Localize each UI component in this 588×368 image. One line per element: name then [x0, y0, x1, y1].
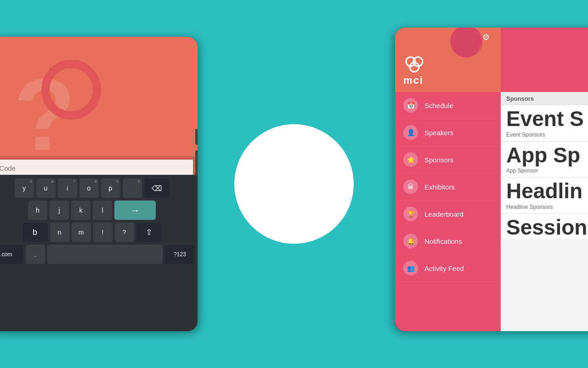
center-circle — [234, 124, 354, 244]
mci-svg-icon — [403, 54, 425, 73]
key-space[interactable] — [47, 245, 163, 264]
key-123[interactable]: ?123 — [165, 245, 195, 264]
app-sponsor-item[interactable]: App Sp App Sponsor — [501, 142, 588, 178]
headline-sponsors-sub: Headline Sponsors — [501, 203, 588, 213]
code-input[interactable] — [0, 160, 193, 176]
key-question[interactable]: ? — [115, 223, 134, 242]
session-item[interactable]: Session — [501, 214, 588, 239]
left-tablet-screen: ? 2y 6u 7i 8o 9p 0 ⌫ — [0, 37, 198, 331]
circle-ring-decoration — [41, 60, 101, 120]
key-l[interactable]: l — [93, 201, 112, 220]
activity-icon: 👥 — [403, 261, 418, 276]
speakers-icon: 👤 — [403, 125, 418, 140]
right-tablet: ⚙ mci 📅 Schedule — [395, 28, 588, 331]
event-sponsors-sub: Event Sponsors — [501, 131, 588, 141]
key-u[interactable]: 6u — [36, 178, 56, 198]
event-sponsors-title: Event S — [501, 105, 588, 131]
keyboard: 2y 6u 7i 8o 9p 0 ⌫ h j k l → — [0, 175, 198, 331]
nav-item-activity-feed[interactable]: 👥 Activity Feed — [395, 255, 501, 282]
calendar-icon: 📅 — [403, 98, 418, 113]
key-k[interactable]: k — [71, 201, 90, 220]
nav-label-activity-feed: Activity Feed — [424, 264, 464, 272]
keyboard-row-2: h j k l → — [0, 201, 195, 220]
app-sponsor-sub: App Sponsor — [501, 167, 588, 177]
content-header — [501, 28, 588, 92]
keyboard-row-1: 2y 6u 7i 8o 9p 0 ⌫ — [0, 178, 195, 198]
side-button-2[interactable] — [195, 150, 198, 176]
headline-sponsors-item[interactable]: Headlin Headline Sponsors — [501, 178, 588, 214]
key-exclaim[interactable]: ! — [93, 223, 113, 242]
key-dot[interactable]: . — [26, 245, 45, 264]
key-shift-up[interactable]: ⇧ — [136, 223, 162, 242]
key-enter[interactable]: → — [114, 201, 156, 220]
bell-icon: 🔔 — [403, 234, 418, 248]
right-tablet-screen: ⚙ mci 📅 Schedule — [395, 28, 588, 331]
nav-item-sponsors[interactable]: ⭐ Sponsors — [395, 146, 501, 173]
nav-item-notifications[interactable]: 🔔 Notifications — [395, 228, 501, 255]
nav-label-sponsors: Sponsors — [424, 156, 453, 164]
nav-item-schedule[interactable]: 📅 Schedule — [395, 92, 501, 119]
nav-label-leaderboard: Leaderboard — [424, 210, 464, 218]
mci-logo: mci — [403, 54, 425, 86]
nav-label-schedule: Schedule — [424, 102, 453, 109]
key-p[interactable]: 9p — [101, 178, 120, 198]
nav-item-exhibitors[interactable]: 🏛 Exhibitors — [395, 173, 501, 201]
sponsors-section-header: Sponsors — [501, 92, 588, 105]
nav-label-notifications: Notifications — [424, 237, 462, 245]
session-title: Session — [501, 214, 588, 239]
right-content-panel: Sponsors Event S Event Sponsors App Sp A… — [501, 28, 588, 331]
star-icon: ⭐ — [403, 152, 418, 167]
key-h[interactable]: h — [28, 201, 47, 220]
key-shift[interactable]: b — [23, 223, 48, 242]
key-m[interactable]: m — [72, 223, 91, 242]
gear-icon[interactable]: ⚙ — [482, 32, 495, 45]
key-i[interactable]: 7i — [58, 178, 77, 198]
left-app-header: ? — [0, 37, 198, 179]
keyboard-row-bottom: .com . ?123 — [0, 245, 195, 264]
nav-label-exhibitors: Exhibitors — [424, 183, 455, 191]
key-o[interactable]: 8o — [79, 178, 99, 198]
side-button-1[interactable] — [195, 129, 198, 145]
key-backspace[interactable]: ⌫ — [144, 178, 170, 198]
key-0[interactable]: 0 — [123, 178, 142, 198]
keyboard-row-3: b n m ! ? ⇧ — [0, 223, 195, 242]
background: ? 2y 6u 7i 8o 9p 0 ⌫ — [0, 0, 588, 368]
header-deco-circle — [450, 28, 482, 58]
key-j[interactable]: j — [50, 201, 69, 220]
nav-label-speakers: Speakers — [424, 129, 453, 137]
key-dotcom[interactable]: .com — [0, 245, 23, 264]
trophy-icon: 🏆 — [403, 207, 418, 221]
nav-item-leaderboard[interactable]: 🏆 Leaderboard — [395, 201, 501, 228]
left-tablet: ? 2y 6u 7i 8o 9p 0 ⌫ — [0, 37, 198, 331]
key-y[interactable]: 2y — [15, 178, 34, 198]
event-sponsors-item[interactable]: Event S Event Sponsors — [501, 105, 588, 142]
app-sponsor-title: App Sp — [501, 142, 588, 167]
sponsors-section-label: Sponsors — [506, 95, 534, 102]
right-nav-panel: ⚙ mci 📅 Schedule — [395, 28, 501, 331]
exhibitors-icon: 🏛 — [403, 179, 418, 194]
key-n[interactable]: n — [50, 223, 69, 242]
mci-app-name: mci — [403, 75, 424, 86]
mci-header: ⚙ mci — [395, 28, 501, 92]
nav-item-speakers[interactable]: 👤 Speakers — [395, 119, 501, 146]
left-tablet-side-buttons — [195, 129, 198, 176]
headline-sponsors-title: Headlin — [501, 178, 588, 203]
